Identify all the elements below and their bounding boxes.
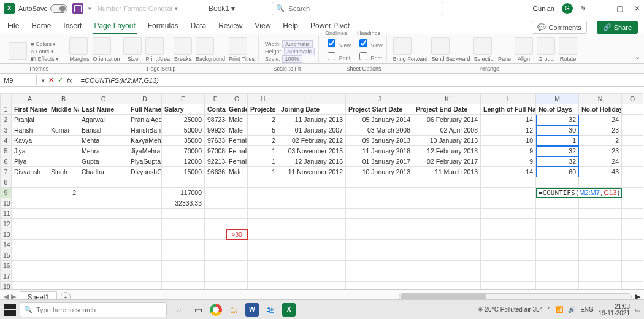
cell-O6[interactable] bbox=[622, 156, 643, 167]
cell-A14[interactable] bbox=[12, 240, 48, 250]
cell-B3[interactable]: Kumar bbox=[48, 125, 79, 136]
col-header-D[interactable]: D bbox=[128, 94, 162, 104]
cell-N7[interactable]: 43 bbox=[579, 167, 622, 177]
cell-G5[interactable]: Female bbox=[226, 146, 248, 156]
cell-D8[interactable] bbox=[128, 177, 162, 188]
cell-L1[interactable]: Length of Full Names bbox=[481, 104, 536, 115]
cell-B7[interactable]: Singh bbox=[48, 167, 79, 177]
taskbar-search[interactable]: 🔍 Type here to search bbox=[20, 302, 167, 317]
cell-D18[interactable] bbox=[128, 282, 162, 290]
cell-H8[interactable] bbox=[248, 177, 278, 188]
cell-F6[interactable]: 9221340087 bbox=[205, 156, 226, 167]
cell-C10[interactable] bbox=[79, 198, 128, 209]
cell-H13[interactable] bbox=[248, 229, 278, 240]
tab-insert[interactable]: Insert bbox=[62, 18, 83, 34]
file-explorer-icon[interactable]: 🗂 bbox=[226, 302, 242, 318]
row-header-9[interactable]: 9 bbox=[1, 188, 12, 198]
tab-data[interactable]: Data bbox=[190, 18, 207, 34]
effects-button[interactable]: ◧ Effects ▾ bbox=[31, 56, 59, 62]
task-view-icon[interactable]: ▭ bbox=[190, 302, 206, 318]
cell-I8[interactable] bbox=[278, 177, 346, 188]
cell-O16[interactable] bbox=[622, 261, 643, 271]
word-icon[interactable]: W bbox=[245, 303, 259, 317]
align-button[interactable] bbox=[515, 37, 533, 55]
col-header-F[interactable]: F bbox=[205, 94, 226, 104]
cell-I11[interactable] bbox=[278, 209, 346, 219]
cell-B2[interactable] bbox=[48, 115, 79, 125]
cell-K9[interactable] bbox=[413, 188, 481, 198]
cell-L14[interactable] bbox=[481, 240, 536, 250]
col-header-O[interactable]: O bbox=[622, 94, 643, 104]
cell-K18[interactable] bbox=[413, 282, 481, 290]
cell-N5[interactable]: 23 bbox=[579, 146, 622, 156]
cell-F7[interactable]: 9663616002 bbox=[205, 167, 226, 177]
cell-N10[interactable] bbox=[579, 198, 622, 209]
cell-D4[interactable]: KavyaMehta bbox=[128, 136, 162, 146]
col-header-N[interactable]: N bbox=[579, 94, 622, 104]
cell-L3[interactable]: 12 bbox=[481, 125, 536, 136]
tab-file[interactable]: File bbox=[6, 18, 20, 34]
cell-I15[interactable] bbox=[278, 250, 346, 261]
cell-O5[interactable] bbox=[622, 146, 643, 156]
cell-M9-editing[interactable]: =COUNTIFS(M2:M7,G13) bbox=[536, 188, 622, 198]
row-header-18[interactable]: 18 bbox=[1, 282, 12, 290]
row-header-8[interactable]: 8 bbox=[1, 177, 12, 188]
cell-G9[interactable] bbox=[226, 188, 248, 198]
cell-K15[interactable] bbox=[413, 250, 481, 261]
cell-G6[interactable]: Female bbox=[226, 156, 248, 167]
cell-A1[interactable]: First Name bbox=[12, 104, 48, 115]
notifications-icon[interactable]: ▭ bbox=[635, 306, 640, 313]
autosave-toggle[interactable]: AutoSave bbox=[18, 4, 67, 13]
workbook-name[interactable]: Book1 ▾ bbox=[209, 4, 235, 13]
cell-F9[interactable] bbox=[205, 188, 226, 198]
cell-M10[interactable] bbox=[536, 198, 579, 209]
cell-E18[interactable] bbox=[162, 282, 205, 290]
cell-L6[interactable]: 9 bbox=[481, 156, 536, 167]
cell-L16[interactable] bbox=[481, 261, 536, 271]
row-header-5[interactable]: 5 bbox=[1, 146, 12, 156]
cell-G7[interactable]: Male bbox=[226, 167, 248, 177]
cell-E12[interactable] bbox=[162, 219, 205, 229]
cell-D3[interactable]: HarishBansal bbox=[128, 125, 162, 136]
cell-D14[interactable] bbox=[128, 240, 162, 250]
cell-B14[interactable] bbox=[48, 240, 79, 250]
cell-N12[interactable] bbox=[579, 219, 622, 229]
cell-H2[interactable]: 2 bbox=[248, 115, 278, 125]
send-backward-button[interactable] bbox=[431, 37, 450, 55]
cell-I4[interactable]: 02 February 2012 bbox=[278, 136, 346, 146]
cell-J3[interactable]: 03 March 2008 bbox=[346, 125, 413, 136]
cell-L4[interactable]: 10 bbox=[481, 136, 536, 146]
cell-D11[interactable] bbox=[128, 209, 162, 219]
cell-C17[interactable] bbox=[79, 271, 128, 282]
tab-help[interactable]: Help bbox=[282, 18, 299, 34]
cell-D5[interactable]: JiyaMehra bbox=[128, 146, 162, 156]
cell-G16[interactable] bbox=[226, 261, 248, 271]
cell-M8[interactable] bbox=[536, 177, 579, 188]
store-icon[interactable]: 🛍 bbox=[263, 302, 278, 318]
cell-C5[interactable]: Mehra bbox=[79, 146, 128, 156]
cell-N4[interactable]: 2 bbox=[579, 136, 622, 146]
orientation-button[interactable] bbox=[93, 37, 111, 55]
cell-N11[interactable] bbox=[579, 209, 622, 219]
language-indicator[interactable]: ENG bbox=[580, 306, 594, 313]
cell-L12[interactable] bbox=[481, 219, 536, 229]
cell-A8[interactable] bbox=[12, 177, 48, 188]
cell-K13[interactable] bbox=[413, 229, 481, 240]
cell-H16[interactable] bbox=[248, 261, 278, 271]
user-name[interactable]: Gunjan bbox=[533, 5, 554, 12]
cell-J13[interactable] bbox=[346, 229, 413, 240]
cell-B9[interactable]: 2 bbox=[48, 188, 79, 198]
row-header-14[interactable]: 14 bbox=[1, 240, 12, 250]
cell-G1[interactable]: Gender bbox=[226, 104, 248, 115]
cell-C4[interactable]: Mehta bbox=[79, 136, 128, 146]
cell-H11[interactable] bbox=[248, 209, 278, 219]
cell-N13[interactable] bbox=[579, 229, 622, 240]
col-header-B[interactable]: B bbox=[48, 94, 79, 104]
row-header-6[interactable]: 6 bbox=[1, 156, 12, 167]
cell-C7[interactable]: Chadha bbox=[79, 167, 128, 177]
cell-H15[interactable] bbox=[248, 250, 278, 261]
cell-L18[interactable] bbox=[481, 282, 536, 290]
autosave-switch[interactable] bbox=[50, 4, 67, 13]
cell-G17[interactable] bbox=[226, 271, 248, 282]
cell-G2[interactable]: Male bbox=[226, 115, 248, 125]
